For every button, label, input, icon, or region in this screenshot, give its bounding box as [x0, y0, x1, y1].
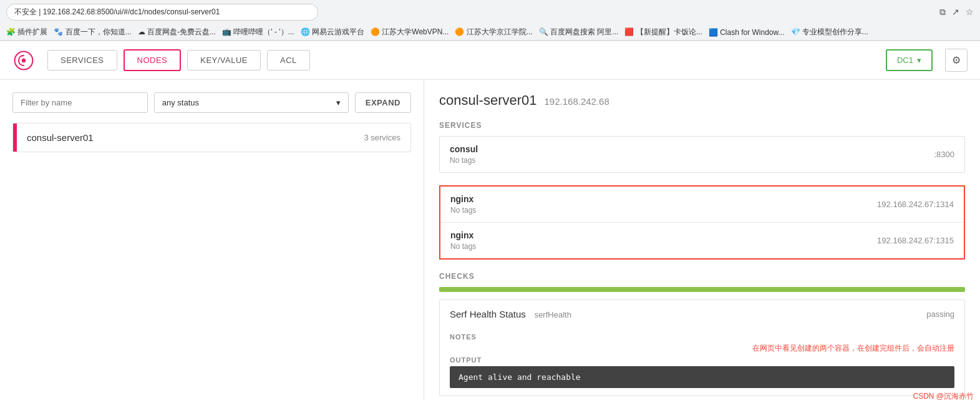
- service-name: nginx: [450, 230, 476, 240]
- check-id: serfHealth: [535, 310, 571, 319]
- service-item-nginx-1[interactable]: nginx No tags 192.168.242.67:1314: [440, 187, 964, 222]
- check-status: passing: [926, 309, 954, 319]
- tab-keyvalue[interactable]: KEY/VALUE: [187, 50, 261, 70]
- dc-selector[interactable]: DC1 ▾: [886, 49, 933, 71]
- bookmark-bilibili[interactable]: 📺 哔哩哔哩（' - '）...: [222, 27, 294, 37]
- filter-name-input[interactable]: [12, 92, 148, 113]
- tab-acl[interactable]: ACL: [267, 50, 310, 70]
- service-tags: No tags: [450, 242, 476, 251]
- node-services-count: 3 services: [364, 133, 400, 142]
- bookmark-baidu[interactable]: 🐾 百度一下，你知道...: [54, 27, 131, 37]
- service-address: 192.168.242.67:1315: [877, 236, 954, 245]
- main-content: any status ▾ EXPAND consul-server01 3 se…: [0, 80, 980, 399]
- service-name: nginx: [450, 194, 476, 204]
- bookmark-bar: 🧩 插件扩展 🐾 百度一下，你知道... ☁ 百度网盘-免费云盘... 📺 哔哩…: [0, 24, 980, 41]
- filter-status-dropdown[interactable]: any status ▾: [154, 92, 349, 113]
- notes-comment: 在网页中看见创建的两个容器，在创建完组件后，会自动注册: [450, 343, 954, 354]
- node-list: consul-server01 3 services: [12, 123, 411, 152]
- notes-label: NOTES: [450, 333, 954, 341]
- checks-section-label: CHECKS: [439, 272, 965, 281]
- bookmark-extensions[interactable]: 🧩 插件扩展: [6, 27, 47, 37]
- output-box: Agent alive and reachable: [450, 366, 954, 388]
- bookmark-baidupan[interactable]: ☁ 百度网盘-免费云盘...: [138, 27, 216, 37]
- services-section-label: SERVICES: [439, 121, 965, 130]
- output-label: OUTPUT: [450, 356, 954, 364]
- service-item-consul[interactable]: consul No tags :8300: [440, 137, 964, 172]
- left-panel: any status ▾ EXPAND consul-server01 3 se…: [0, 80, 424, 399]
- navbar: SERVICES NODES KEY/VALUE ACL DC1 ▾ ⚙: [0, 41, 980, 80]
- checks-section: CHECKS Serf Health Status serfHealth pas…: [439, 272, 965, 396]
- bookmark-jiangsu-vpn[interactable]: 🟠 江苏大学WebVPN...: [371, 27, 449, 37]
- tab-nodes[interactable]: NODES: [124, 49, 182, 71]
- nginx-highlighted-group: nginx No tags 192.168.242.67:1314 nginx …: [439, 185, 965, 260]
- node-name: consul-server01: [27, 132, 94, 143]
- bookmark-clash[interactable]: 🟦 Clash for Window...: [709, 28, 785, 37]
- right-panel[interactable]: consul-server01 192.168.242.68 SERVICES …: [424, 80, 980, 399]
- service-item-nginx-2[interactable]: nginx No tags 192.168.242.67:1315: [440, 222, 964, 258]
- check-item[interactable]: Serf Health Status serfHealth passing NO…: [439, 299, 965, 396]
- service-tags: No tags: [450, 156, 478, 165]
- node-item[interactable]: consul-server01 3 services: [12, 123, 411, 152]
- browser-action-icons: ⧉ ↗ ☆: [939, 7, 974, 17]
- check-status-bar: [439, 287, 965, 292]
- notes-section: NOTES 在网页中看见创建的两个容器，在创建完组件后，会自动注册 OUTPUT…: [440, 333, 964, 388]
- service-name: consul: [450, 144, 478, 154]
- bookmark-wangyi[interactable]: 🌐 网易云游戏平台: [301, 27, 364, 37]
- check-name: Serf Health Status: [450, 309, 526, 319]
- service-address: :8300: [934, 150, 954, 159]
- address-text: 不安全 | 192.168.242.68:8500/ui/#/dc1/nodes…: [6, 4, 318, 21]
- filter-row: any status ▾ EXPAND: [12, 92, 411, 113]
- logo: [12, 49, 35, 72]
- bookmark-kafan[interactable]: 🟥 【新提醒】卡饭论...: [624, 27, 702, 37]
- bookmark-jiangsu-school[interactable]: 🟠 江苏大学京江学院...: [455, 27, 532, 37]
- service-tags: No tags: [450, 206, 476, 215]
- chevron-down-icon: ▾: [336, 98, 341, 107]
- node-title: consul-server01: [439, 92, 537, 109]
- nav-tabs: SERVICES NODES KEY/VALUE ACL: [47, 49, 310, 71]
- watermark: CSDN @沉海赤竹: [913, 391, 974, 399]
- svg-point-1: [22, 58, 26, 62]
- bookmark-baidu-search[interactable]: 🔍 百度网盘搜索 阿里...: [539, 27, 619, 37]
- chevron-down-icon: ▾: [917, 56, 921, 65]
- node-header: consul-server01 192.168.242.68: [439, 92, 965, 109]
- tab-services[interactable]: SERVICES: [47, 50, 117, 70]
- bookmark-model[interactable]: 💎 专业模型创作分享...: [791, 27, 868, 37]
- expand-button[interactable]: EXPAND: [355, 92, 411, 113]
- settings-button[interactable]: ⚙: [945, 49, 968, 72]
- node-ip: 192.168.242.68: [545, 96, 609, 107]
- services-list: consul No tags :8300: [439, 136, 965, 173]
- service-address: 192.168.242.67:1314: [877, 200, 954, 209]
